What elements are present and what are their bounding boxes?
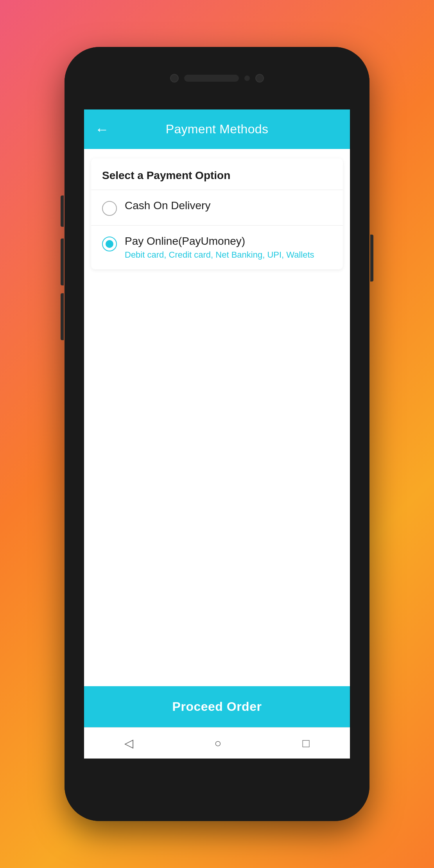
volume-down-button	[61, 239, 64, 285]
radio-selected-indicator	[106, 240, 113, 248]
power-button	[370, 235, 373, 282]
online-option-sublabel: Debit card, Credit card, Net Banking, UP…	[125, 250, 314, 260]
online-radio-button[interactable]	[102, 237, 117, 251]
cash-option-label: Cash On Delivery	[125, 199, 210, 212]
nav-home-icon[interactable]: ○	[214, 737, 221, 750]
phone-screen: ← Payment Methods Select a Payment Optio…	[84, 109, 350, 759]
payment-card: Select a Payment Option Cash On Delivery	[91, 158, 343, 269]
speaker-grille	[184, 75, 239, 82]
app-header: ← Payment Methods	[84, 109, 350, 149]
content-spacer	[84, 279, 350, 686]
bottom-bezel	[65, 759, 369, 821]
app-content: Select a Payment Option Cash On Delivery	[84, 149, 350, 759]
online-option-text: Pay Online(PayUmoney) Debit card, Credit…	[125, 235, 314, 260]
top-bezel	[65, 47, 369, 109]
silent-button	[61, 293, 64, 340]
cash-option-text: Cash On Delivery	[125, 199, 210, 214]
notification-light	[255, 74, 264, 82]
nav-recents-icon[interactable]: □	[302, 737, 309, 750]
nav-back-icon[interactable]: ◁	[124, 736, 133, 750]
volume-up-button	[61, 195, 64, 227]
header-title: Payment Methods	[166, 122, 268, 136]
payment-section-title: Select a Payment Option	[91, 158, 343, 190]
bottom-navigation-bar: ◁ ○ □	[84, 727, 350, 759]
front-camera	[170, 74, 179, 82]
online-option-label: Pay Online(PayUmoney)	[125, 235, 314, 247]
phone-device: ← Payment Methods Select a Payment Optio…	[65, 47, 369, 821]
cash-on-delivery-option[interactable]: Cash On Delivery	[91, 190, 343, 225]
cash-radio-button[interactable]	[102, 201, 117, 216]
back-button[interactable]: ←	[95, 122, 109, 136]
pay-online-option[interactable]: Pay Online(PayUmoney) Debit card, Credit…	[91, 225, 343, 269]
proceed-order-button[interactable]: Proceed Order	[84, 686, 350, 727]
sensor	[244, 75, 250, 81]
camera-area	[170, 74, 264, 82]
